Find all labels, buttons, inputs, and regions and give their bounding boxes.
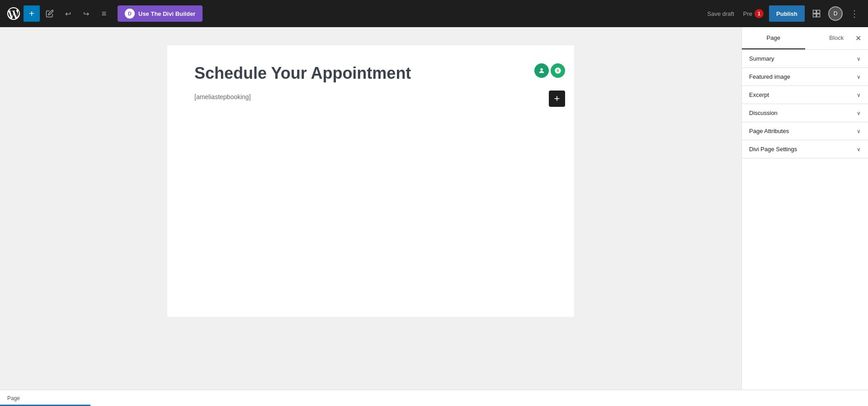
- panel-featured-image: Featured image ∨: [742, 68, 868, 86]
- panel-summary: Summary ∨: [742, 50, 868, 68]
- divi-builder-button[interactable]: D Use The Divi Builder: [118, 5, 203, 22]
- redo-button[interactable]: ↪: [78, 5, 94, 22]
- page-title[interactable]: Schedule Your Appointment: [194, 63, 547, 83]
- panel-excerpt-title: Excerpt: [749, 91, 769, 98]
- panel-discussion-chevron: ∨: [857, 110, 861, 116]
- view-toggle-button[interactable]: [808, 5, 825, 22]
- svg-point-4: [540, 68, 542, 71]
- preview-button[interactable]: Pre 1: [741, 9, 765, 18]
- plugin-icons: [534, 63, 565, 78]
- toolbar-left: + ↩ ↪ ≡ D Use The Divi Builder: [5, 5, 203, 22]
- panel-divi-page-settings-title: Divi Page Settings: [749, 146, 797, 153]
- toolbar-right: Save draft Pre 1 Publish D ⋮: [704, 5, 863, 22]
- sidebar: Page Block ✕ Summary ∨ Featured image ∨: [741, 27, 868, 406]
- sidebar-panels: Summary ∨ Featured image ∨ Excerpt ∨: [742, 50, 868, 406]
- page-content[interactable]: [ameliastepbooking]: [194, 92, 547, 102]
- preview-label: Pre: [743, 10, 752, 17]
- panel-summary-header[interactable]: Summary ∨: [742, 50, 868, 67]
- panel-divi-page-settings: Divi Page Settings ∨: [742, 140, 868, 158]
- panel-divi-page-settings-chevron: ∨: [857, 146, 861, 153]
- divi-avatar: D: [828, 6, 843, 21]
- panel-summary-chevron: ∨: [857, 56, 861, 62]
- panel-summary-title: Summary: [749, 55, 774, 62]
- plugin-icon-amelia[interactable]: [534, 63, 549, 78]
- svg-rect-0: [813, 10, 816, 14]
- panel-discussion-title: Discussion: [749, 110, 778, 116]
- tab-page[interactable]: Page: [742, 27, 805, 49]
- panel-excerpt-chevron: ∨: [857, 92, 861, 98]
- panel-featured-image-header[interactable]: Featured image ∨: [742, 68, 868, 86]
- view-toggle-icon: [812, 9, 821, 18]
- panel-featured-image-title: Featured image: [749, 73, 790, 80]
- amelia-icon: [538, 67, 545, 74]
- add-block-toolbar-button[interactable]: +: [24, 5, 40, 22]
- panel-excerpt: Excerpt ∨: [742, 86, 868, 104]
- pencil-icon: [46, 10, 54, 18]
- panel-excerpt-header[interactable]: Excerpt ∨: [742, 86, 868, 104]
- panel-page-attributes-title: Page Attributes: [749, 128, 789, 134]
- notification-badge: 1: [755, 9, 764, 18]
- panel-page-attributes: Page Attributes ∨: [742, 122, 868, 140]
- wp-logo-icon: [7, 7, 20, 20]
- editor-canvas: Schedule Your Appointment [ameliastepboo…: [167, 45, 574, 317]
- sidebar-close-button[interactable]: ✕: [852, 32, 864, 45]
- panel-featured-image-chevron: ∨: [857, 74, 861, 80]
- undo-button[interactable]: ↩: [60, 5, 76, 22]
- toolbar: + ↩ ↪ ≡ D Use The Divi Builder Save draf…: [0, 0, 868, 27]
- add-block-canvas-button[interactable]: +: [549, 91, 565, 107]
- divi-avatar-button[interactable]: D: [828, 6, 843, 21]
- status-bar: Page: [0, 390, 868, 406]
- status-bar-label: Page: [7, 395, 20, 401]
- sidebar-header: Page Block ✕: [742, 27, 868, 50]
- panel-page-attributes-chevron: ∨: [857, 128, 861, 134]
- panel-discussion: Discussion ∨: [742, 104, 868, 122]
- tools-button[interactable]: ≡: [96, 5, 112, 22]
- svg-rect-3: [817, 14, 820, 17]
- divi-builder-label: Use The Divi Builder: [138, 10, 195, 17]
- panel-divi-page-settings-header[interactable]: Divi Page Settings ∨: [742, 140, 868, 158]
- svg-rect-1: [817, 10, 820, 14]
- save-draft-button[interactable]: Save draft: [704, 10, 738, 17]
- panel-discussion-header[interactable]: Discussion ∨: [742, 104, 868, 122]
- panel-page-attributes-header[interactable]: Page Attributes ∨: [742, 122, 868, 140]
- plugin-icon-grammarly[interactable]: [551, 63, 565, 78]
- divi-logo-icon: D: [125, 9, 135, 19]
- wp-logo-button[interactable]: [5, 5, 22, 22]
- editor-area: Schedule Your Appointment [ameliastepboo…: [0, 27, 741, 406]
- main-layout: Schedule Your Appointment [ameliastepboo…: [0, 27, 868, 406]
- edit-button[interactable]: [42, 5, 58, 22]
- svg-rect-2: [813, 14, 816, 17]
- more-options-button[interactable]: ⋮: [846, 5, 863, 22]
- publish-button[interactable]: Publish: [769, 5, 805, 22]
- grammarly-icon: [554, 67, 561, 74]
